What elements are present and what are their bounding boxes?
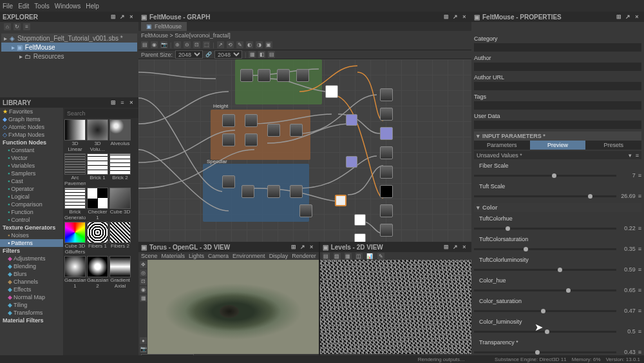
3d-menu-environment[interactable]: Environment — [232, 253, 265, 259]
lib-function-nodes[interactable]: Function Nodes — [0, 139, 63, 146]
slider-track[interactable] — [474, 228, 616, 230]
slider-track[interactable] — [474, 310, 616, 312]
menu-icon[interactable]: ≡ — [638, 193, 641, 199]
menu-windows[interactable]: Windows — [55, 3, 81, 10]
menu-help[interactable]: Help — [86, 3, 99, 10]
lib-noises[interactable]: ▪Noises — [0, 231, 63, 239]
graph-tab[interactable]: ▣FeltMouse — [141, 22, 187, 31]
tab-parameters[interactable]: Parameters — [474, 141, 530, 150]
menu-icon[interactable]: ≡ — [636, 152, 639, 159]
graph-node[interactable] — [222, 114, 235, 127]
2d-tool-icon[interactable]: ◫ — [355, 253, 363, 260]
tool-icon[interactable]: ⊡ — [193, 41, 200, 48]
thumbnail[interactable] — [109, 222, 131, 243]
explorer-item-feltmouse[interactable]: ▸ ▣ FeltMouse — [1, 43, 137, 52]
tool-icon[interactable]: ◑ — [256, 41, 263, 48]
view-tool-icon[interactable]: ▦ — [140, 295, 147, 302]
thumbnail[interactable] — [87, 256, 108, 277]
graph-output-node[interactable] — [380, 224, 393, 237]
lib-filters[interactable]: Filters — [0, 247, 63, 255]
slider-value[interactable]: 0.47 — [619, 308, 636, 314]
home-icon[interactable]: ⌂ — [4, 23, 11, 30]
3d-menu-renderer[interactable]: Renderer — [292, 253, 316, 259]
input-parameters-header[interactable]: ▾INPUT PARAMETERS * — [474, 132, 641, 141]
tool-icon[interactable]: ↗ — [217, 41, 224, 48]
prop-authorurl-field[interactable] — [474, 82, 641, 90]
tool-icon[interactable]: ▣ — [265, 41, 272, 48]
view-tool-icon[interactable]: ✥ — [140, 261, 147, 268]
graph-output-node[interactable] — [380, 108, 393, 121]
tool-icon[interactable]: ◧ — [258, 51, 265, 58]
menu-file[interactable]: File — [3, 3, 13, 10]
menu-icon[interactable]: ≡ — [638, 349, 641, 355]
lib-samplers[interactable]: ▪Samplers — [0, 170, 63, 177]
graph-node[interactable] — [299, 204, 312, 217]
tool-icon[interactable]: ⟲ — [227, 41, 234, 48]
menu-icon[interactable]: ≡ — [638, 328, 641, 335]
tool-icon[interactable]: ⊕ — [174, 41, 181, 48]
tab-presets[interactable]: Presets — [585, 141, 641, 150]
split-icon[interactable]: ⊞ — [109, 13, 117, 21]
slider-track[interactable] — [474, 248, 616, 250]
graph-node[interactable] — [277, 69, 290, 82]
tool-icon[interactable]: ▤ — [268, 51, 275, 58]
menu-tools[interactable]: Tools — [34, 3, 49, 10]
slider-value[interactable]: 0.22 — [619, 225, 636, 231]
3d-menu-scene[interactable]: Scene — [141, 253, 158, 259]
slider-value[interactable]: 0.43 — [619, 349, 636, 355]
graph-output-node[interactable] — [380, 88, 393, 101]
prop-author-field[interactable] — [474, 63, 641, 71]
graph-node[interactable] — [346, 156, 357, 168]
thumbnail[interactable] — [109, 119, 131, 141]
thumbnail[interactable] — [87, 119, 108, 141]
split-icon[interactable]: ⊞ — [442, 243, 450, 251]
lib-blending[interactable]: ◆Blending — [0, 262, 63, 270]
split-icon[interactable]: ⊞ — [442, 13, 450, 21]
color-section-header[interactable]: ▾Color — [474, 203, 641, 212]
2d-tool-icon[interactable]: ▧ — [334, 253, 341, 260]
graph-node[interactable] — [335, 195, 346, 206]
parent-height-select[interactable]: 2048 — [214, 50, 242, 59]
close-icon[interactable]: × — [460, 243, 468, 251]
undock-icon[interactable]: ↗ — [624, 13, 632, 21]
slider-track[interactable] — [474, 175, 616, 177]
thumbnail[interactable] — [109, 256, 131, 277]
thumbnail[interactable] — [109, 153, 131, 175]
thumbnail[interactable] — [64, 153, 86, 175]
lib-graph-items[interactable]: ◆Graph Items — [0, 115, 63, 123]
lib-transforms[interactable]: ◆Transforms — [0, 309, 63, 317]
tool-icon[interactable]: 📷 — [160, 41, 167, 48]
lib-adjustments[interactable]: ◆Adjustments — [0, 255, 63, 262]
graph-output-node[interactable] — [380, 166, 393, 179]
graph-node[interactable] — [346, 114, 357, 126]
lib-function[interactable]: ▪Function — [0, 208, 63, 216]
slider-value[interactable]: 26.69 — [619, 193, 636, 199]
slider-value[interactable]: 0.35 — [619, 246, 636, 252]
view-tool-icon[interactable]: ◉ — [140, 286, 147, 293]
lib-logical[interactable]: ▪Logical — [0, 193, 63, 201]
project-file[interactable]: ▸ ◈ Stopmotion_Felt_Tutorial_v001.sbs * — [1, 34, 137, 43]
tool-icon[interactable]: ◉ — [151, 41, 158, 48]
slider-value[interactable]: 0.5 — [619, 328, 636, 335]
graph-node[interactable] — [258, 69, 270, 82]
close-icon[interactable]: × — [128, 99, 135, 106]
menu-edit[interactable]: Edit — [18, 3, 29, 10]
2d-tool-icon[interactable]: ▤ — [323, 253, 330, 260]
graph-node[interactable] — [245, 114, 258, 127]
thumbnail[interactable] — [64, 256, 86, 277]
split-icon[interactable]: ⊞ — [615, 13, 623, 21]
menu-icon[interactable]: ≡ — [638, 172, 641, 179]
graph-node[interactable] — [245, 133, 258, 146]
graph-node[interactable] — [296, 69, 309, 82]
slider-value[interactable]: 0.65 — [619, 287, 636, 293]
tool-icon[interactable]: ⊖ — [184, 41, 191, 48]
slider-track[interactable] — [474, 331, 616, 333]
close-icon[interactable]: × — [633, 13, 641, 21]
split-icon[interactable]: ⊞ — [290, 243, 298, 251]
tab-preview[interactable]: Preview — [530, 141, 586, 150]
prop-category-field[interactable] — [474, 43, 641, 52]
menu-icon[interactable]: ≡ — [638, 287, 641, 293]
link-icon[interactable]: 🔗 — [205, 52, 212, 57]
close-icon[interactable]: × — [460, 13, 468, 21]
thumbnail[interactable] — [87, 188, 108, 209]
